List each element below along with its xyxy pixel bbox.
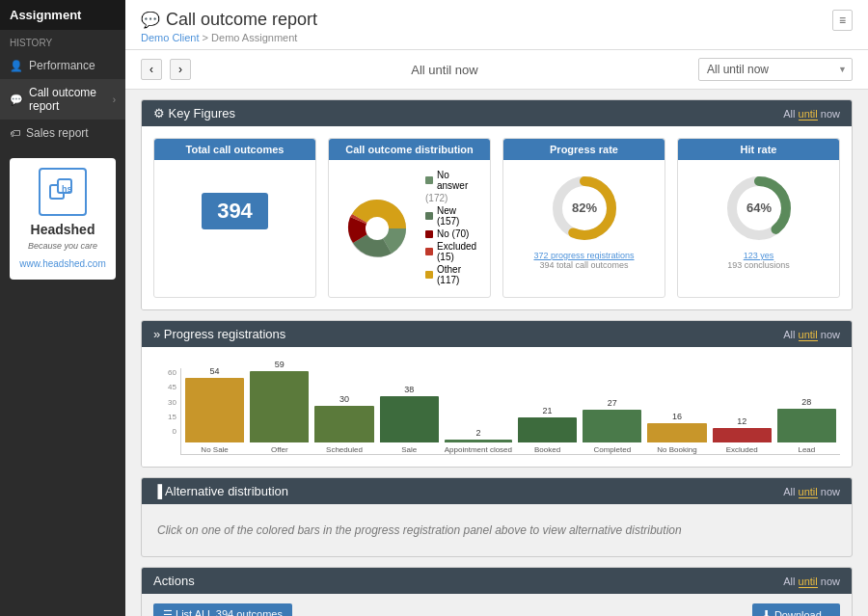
list-icon: ☰ [163, 608, 176, 616]
next-button[interactable]: › [170, 59, 191, 80]
sidebar-item-label: Call outcome report [29, 86, 107, 113]
actions-header: Actions All until now [142, 568, 852, 594]
bar-completed[interactable]: 27 Completed [583, 398, 641, 454]
legend-no: No (70) [425, 228, 480, 239]
distribution-title: Call outcome distribution [329, 139, 490, 160]
key-figures-title: ⚙ Key Figures [153, 106, 235, 121]
list-outcomes-button[interactable]: ☰ List ALL 394 outcomes [153, 603, 292, 616]
bar-scheduled[interactable]: 30 Scheduled [314, 394, 373, 454]
period-select-wrapper: All until now This week Last week This m… [698, 58, 853, 81]
page-header: ≡ 💬 Call outcome report Demo Client > De… [125, 0, 868, 50]
y-axis: 60 45 30 15 0 [153, 368, 176, 436]
page-title: 💬 Call outcome report [141, 10, 832, 30]
sidebar-item-label: Performance [29, 59, 95, 72]
progress-donut: 82% 372 progress registrations 394 total… [513, 170, 655, 270]
period-label: All until now [199, 63, 691, 77]
bar-no-sale[interactable]: 54 No Sale [185, 366, 244, 454]
total-card: Total call outcomes 394 [153, 138, 316, 298]
progress-rate-title: Progress rate [503, 139, 665, 160]
alternative-distribution-title: ▐ Alternative distribution [153, 484, 288, 498]
svg-point-4 [366, 217, 389, 240]
progress-sub2: 394 total call outcomes [539, 260, 628, 270]
alternative-distribution-body: Click on one of the colored bars in the … [142, 504, 852, 556]
hit-sub2: 193 conclusions [727, 260, 790, 270]
sidebar-title: Assignment [0, 0, 125, 30]
hit-rate-card: Hit rate 64% 123 yes 193 conclusions [677, 138, 840, 298]
legend-other: Other (117) [425, 264, 480, 285]
progress-rate-card: Progress rate 82% 372 progress registrat… [502, 138, 665, 298]
menu-button[interactable]: ≡ [832, 10, 853, 31]
logo-name: Headshed [19, 222, 106, 237]
progress-registrations-title: » Progress registrations [153, 327, 285, 341]
logo-tagline: Because you care [19, 241, 106, 251]
svg-text:64%: 64% [746, 201, 771, 215]
kf-grid: Total call outcomes 394 Call outcome dis… [153, 138, 840, 298]
bar-appointment-closed[interactable]: 2 Appointment closed [445, 428, 512, 454]
pie-legend: No answer (172) New (157) No [425, 170, 480, 287]
alternative-distribution-header: ▐ Alternative distribution All until now [142, 478, 852, 504]
logo-icon: hs [39, 168, 87, 216]
sidebar: Assignment History 👤 Performance 💬 Call … [0, 0, 125, 616]
key-figures-header: ⚙ Key Figures All until now [142, 100, 852, 126]
download-button[interactable]: ⬇ Download... [752, 603, 840, 616]
alternative-distribution-period: All until now [783, 486, 840, 497]
alternative-distribution-message: Click on one of the colored bars in the … [157, 523, 682, 537]
alternative-distribution-section: ▐ Alternative distribution All until now… [141, 477, 853, 557]
total-card-title: Total call outcomes [154, 139, 315, 160]
sidebar-item-sales-report[interactable]: 🏷 Sales report [0, 120, 125, 147]
progress-sub1: 372 progress registrations [533, 251, 634, 260]
key-figures-section: ⚙ Key Figures All until now Total call o… [141, 99, 853, 310]
legend-no-answer-count: (172) [425, 193, 480, 203]
client-logo: hs Headshed Because you care www.headshe… [10, 158, 116, 280]
breadcrumb: Demo Client > Demo Assignment [141, 32, 853, 43]
download-icon: ⬇ [762, 608, 771, 616]
bar-chart: 54 No Sale 59 Offer 30 Scheduled [180, 368, 840, 455]
bar-chart-container: 60 45 30 15 0 54 No Sale 59 [153, 359, 840, 455]
actions-title: Actions [153, 574, 195, 588]
logo-url[interactable]: www.headshed.com [19, 258, 106, 269]
chat-icon: 💬 [10, 94, 23, 106]
legend-excluded: Excluded (15) [425, 241, 480, 262]
chevron-right-icon: › [113, 94, 116, 105]
bar-booked[interactable]: 21 Booked [518, 406, 577, 454]
hit-donut-svg: 64% [720, 170, 798, 247]
progress-registrations-header: » Progress registrations All until now [142, 321, 852, 347]
toolbar: ‹ › All until now All until now This wee… [125, 50, 868, 90]
sidebar-item-label: Sales report [26, 126, 89, 140]
bar-excluded[interactable]: 12 Excluded [713, 416, 772, 454]
main-content: ≡ 💬 Call outcome report Demo Client > De… [125, 0, 868, 616]
period-select[interactable]: All until now This week Last week This m… [698, 58, 853, 81]
bar-lead[interactable]: 28 Lead [777, 397, 836, 454]
legend-no-answer: No answer [425, 170, 480, 191]
svg-text:hs: hs [62, 184, 72, 194]
progress-registrations-body: 60 45 30 15 0 54 No Sale 59 [142, 347, 852, 467]
history-label: History [0, 30, 125, 52]
hit-donut: 64% 123 yes 193 conclusions [688, 170, 829, 270]
breadcrumb-client[interactable]: Demo Client [141, 32, 200, 43]
actions-body: ☰ List ALL 394 outcomes ⬇ Download... [142, 594, 852, 616]
actions-section: Actions All until now ☰ List ALL 394 out… [141, 567, 853, 616]
chat-icon: 💬 [141, 11, 160, 29]
legend-new: New (157) [425, 205, 480, 227]
hit-rate-title: Hit rate [678, 139, 839, 160]
sidebar-item-performance[interactable]: 👤 Performance [0, 52, 125, 79]
person-icon: 👤 [10, 60, 23, 72]
tag-icon: 🏷 [10, 127, 20, 139]
bar-sale[interactable]: 38 Sale [380, 385, 439, 454]
breadcrumb-assignment: Demo Assignment [211, 32, 297, 43]
prev-button[interactable]: ‹ [141, 59, 162, 80]
progress-registrations-period: All until now [783, 329, 840, 340]
distribution-card: Call outcome distribution [328, 138, 491, 298]
progress-registrations-section: » Progress registrations All until now 6… [141, 320, 853, 468]
progress-donut-svg: 82% [546, 170, 623, 247]
bar-offer[interactable]: 59 Offer [250, 360, 309, 454]
key-figures-period: All until now [783, 108, 840, 120]
bar-no-booking[interactable]: 16 No Booking [647, 412, 706, 454]
actions-period: All until now [783, 576, 840, 587]
pie-chart [339, 190, 416, 267]
hit-sub1: 123 yes [744, 251, 774, 260]
pie-container: No answer (172) New (157) No [339, 170, 480, 287]
svg-text:82%: 82% [571, 201, 596, 215]
total-value: 394 [202, 193, 268, 229]
sidebar-item-call-outcome-report[interactable]: 💬 Call outcome report › [0, 79, 125, 120]
